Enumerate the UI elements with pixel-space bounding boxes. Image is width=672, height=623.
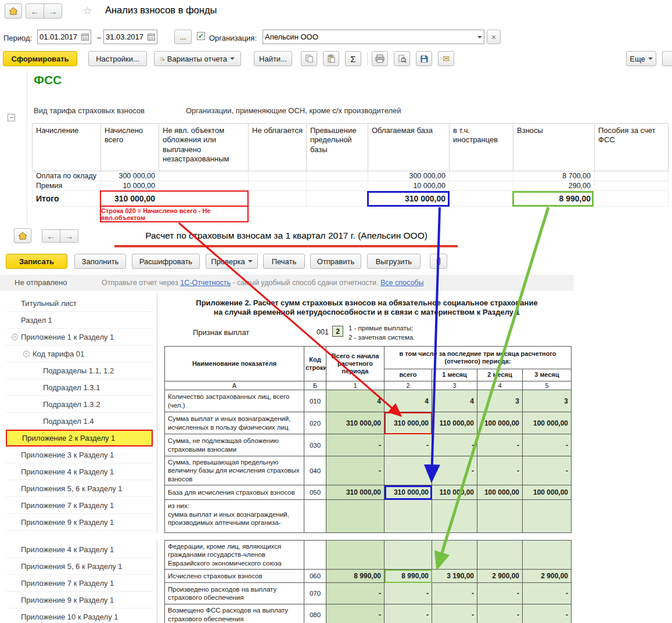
value-cell[interactable]: 4: [326, 390, 384, 412]
period-to-input[interactable]: [106, 33, 148, 41]
send-mail-button[interactable]: ✉: [438, 51, 454, 66]
value-cell[interactable]: -: [384, 604, 432, 623]
chevron-down-icon[interactable]: [477, 36, 482, 38]
forward-button[interactable]: →: [60, 229, 78, 243]
accrued-total-cell[interactable]: 300 000,00: [101, 171, 159, 181]
value-cell[interactable]: -: [432, 604, 477, 623]
clear-organization-button[interactable]: ×: [487, 30, 501, 44]
value-cell[interactable]: [523, 500, 572, 533]
value-cell[interactable]: -: [384, 583, 432, 604]
home-button[interactable]: [5, 3, 22, 19]
check-button[interactable]: Проверка: [206, 254, 258, 269]
nav-item-appendix-4[interactable]: Приложение 4 к Разделу 1: [6, 541, 153, 558]
nav-item-subsection-131[interactable]: Подраздел 1.3.1: [6, 379, 153, 396]
attachments-button[interactable]: [430, 254, 447, 269]
cell[interactable]: [595, 181, 669, 191]
accrual-name-cell[interactable]: Премия: [33, 181, 101, 191]
print-preview-button[interactable]: [394, 51, 410, 66]
value-cell[interactable]: [523, 541, 572, 570]
nav-item-appendix-9[interactable]: Приложение 9 к Разделу 1: [6, 514, 153, 531]
value-cell[interactable]: 100 000,00: [523, 485, 572, 500]
cell[interactable]: [307, 181, 368, 191]
nav-item-appendix-1[interactable]: − Приложение 1 к Разделу 1: [6, 329, 153, 345]
taxable-base-cell[interactable]: 10 000,00: [368, 181, 450, 191]
value-cell[interactable]: -: [477, 434, 523, 456]
value-cell[interactable]: 2 900,00: [477, 570, 523, 583]
cell[interactable]: [159, 191, 249, 207]
back-button[interactable]: ←: [26, 3, 44, 19]
organization-input[interactable]: [265, 33, 466, 41]
nav-item-appendix-4[interactable]: Приложение 4 к Разделу 1: [6, 463, 153, 480]
decrypt-button[interactable]: Расшифровать: [132, 254, 200, 269]
cell[interactable]: [307, 191, 368, 207]
contributions-cell[interactable]: 8 700,00: [513, 171, 595, 181]
nav-item-title-page[interactable]: Титульный лист: [6, 295, 153, 312]
report-variants-button[interactable]: Варианты отчета: [154, 51, 241, 66]
value-cell[interactable]: -: [523, 434, 572, 456]
home-button[interactable]: [14, 228, 31, 243]
send-button[interactable]: Отправить: [310, 254, 361, 269]
period-more-button[interactable]: ...: [174, 30, 192, 44]
organization-combobox[interactable]: [263, 30, 484, 44]
value-cell[interactable]: [384, 541, 432, 570]
cell[interactable]: [249, 191, 307, 207]
value-cell[interactable]: 3: [523, 390, 572, 412]
taxable-base-cell[interactable]: 300 000,00: [368, 171, 450, 181]
calendar-icon[interactable]: [81, 33, 89, 41]
nav-item-appendix-9[interactable]: Приложение 9 к Разделу 1: [6, 592, 153, 608]
value-cell[interactable]: -: [326, 604, 384, 623]
upload-button[interactable]: Выгрузить: [367, 254, 421, 269]
period-from-input[interactable]: [39, 33, 81, 41]
collapse-icon[interactable]: −: [12, 334, 18, 340]
contributions-cell[interactable]: 290,00: [513, 181, 595, 191]
value-cell[interactable]: -: [432, 434, 477, 456]
print-button[interactable]: Печать: [263, 254, 305, 269]
value-cell[interactable]: 3 190,00: [432, 570, 477, 583]
value-cell[interactable]: [326, 500, 384, 533]
accrual-name-cell[interactable]: Оплата по окладу: [33, 171, 101, 181]
nav-item-subsection-14[interactable]: Подраздел 1.4: [6, 413, 153, 430]
value-cell[interactable]: 4: [384, 390, 432, 412]
cell[interactable]: [450, 181, 513, 191]
generate-button[interactable]: Сформировать: [3, 51, 77, 66]
nav-item-appendix-3[interactable]: Приложение 3 к Разделу 1: [6, 446, 153, 463]
more-actions-button[interactable]: Еще: [626, 51, 656, 66]
cell[interactable]: [249, 171, 307, 181]
cell[interactable]: [450, 171, 513, 181]
value-cell[interactable]: [477, 541, 523, 570]
nav-item-subsection-132[interactable]: Подраздел 1.3.2: [6, 396, 153, 413]
value-cell[interactable]: [326, 541, 384, 570]
payment-sign-value-field[interactable]: 2: [332, 326, 343, 337]
value-cell[interactable]: -: [477, 583, 523, 604]
collapse-group-icon[interactable]: −: [8, 114, 15, 121]
sum-button[interactable]: Σ: [345, 51, 361, 66]
calendar-icon[interactable]: [148, 33, 155, 41]
back-button[interactable]: ←: [42, 229, 60, 243]
nav-item-appendix-5-6[interactable]: Приложения 5, 6 к Разделу 1: [6, 480, 153, 497]
highlighted-cell-blue-050[interactable]: 310 000,00: [384, 485, 432, 500]
save-file-button[interactable]: [416, 51, 432, 66]
value-cell[interactable]: -: [384, 456, 432, 485]
value-cell[interactable]: -: [477, 604, 523, 623]
totals-accrued-cell[interactable]: 310 000,00: [101, 191, 159, 207]
period-from-field[interactable]: [37, 30, 91, 44]
accrued-total-cell[interactable]: 10 000,00: [101, 181, 159, 191]
value-cell[interactable]: 310 000,00: [326, 485, 384, 500]
value-cell[interactable]: [432, 541, 477, 570]
value-cell[interactable]: 8 990,00: [326, 570, 384, 583]
copy-button[interactable]: [301, 51, 317, 66]
value-cell[interactable]: 4: [432, 390, 477, 412]
cell[interactable]: [307, 171, 368, 181]
nav-item-section-1[interactable]: Раздел 1: [6, 312, 153, 329]
value-cell[interactable]: 310 000,00: [326, 412, 384, 434]
value-cell[interactable]: [384, 500, 432, 533]
value-cell[interactable]: -: [326, 456, 384, 485]
value-cell[interactable]: -: [326, 434, 384, 456]
nav-item-appendix-2-selected[interactable]: Приложение 2 к Разделу 1: [6, 430, 153, 446]
period-to-field[interactable]: [103, 30, 157, 44]
value-cell[interactable]: -: [432, 583, 477, 604]
organization-checkbox[interactable]: ✓: [197, 32, 205, 40]
settings-button[interactable]: Настройки...: [88, 51, 147, 66]
value-cell[interactable]: -: [523, 583, 572, 604]
cell[interactable]: [595, 171, 669, 181]
